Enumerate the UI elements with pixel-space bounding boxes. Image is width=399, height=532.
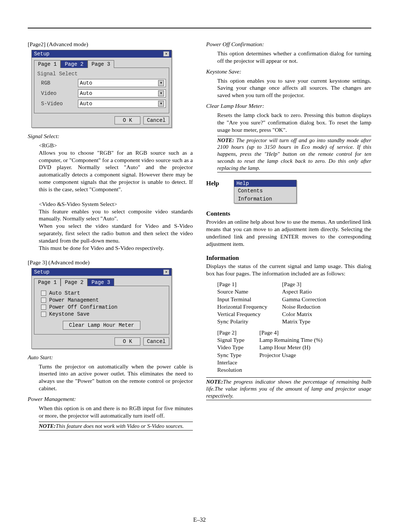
list-item: Projector Usage (259, 351, 323, 359)
list-item: Sync Type (217, 351, 245, 359)
list-item: Signal Type (217, 336, 245, 344)
info-p4-hdr: [Page 4] (259, 329, 323, 336)
list-item: Input Terminal (217, 296, 267, 303)
tab-page1[interactable]: Page 1 (34, 60, 61, 68)
note-label: NOTE: (217, 137, 234, 143)
note-label: NOTE: (39, 423, 56, 429)
chevron-down-icon[interactable]: ▾ (158, 80, 164, 86)
list-item: Resolution (217, 366, 245, 374)
power-mgmt-heading: Power Management: (28, 396, 193, 402)
list-item: Interlace (217, 359, 245, 366)
info-page1-col: [Page 1] Source Name Input Terminal Hori… (217, 281, 267, 325)
tab-page2-b[interactable]: Page 2 (61, 278, 87, 286)
clear-lamp-heading: Clear Lamp Hour Meter: (206, 103, 371, 109)
note-body: This feature does not work with Video or… (56, 423, 184, 429)
video-value: Auto (80, 90, 92, 96)
information-body: Displays the status of the current signa… (206, 262, 371, 277)
check-power-mgmt: Power Management (49, 297, 99, 303)
contents-body: Provides an online help about how to use… (206, 218, 371, 247)
check-auto-start: Auto Start (49, 290, 80, 296)
rgb-value: Auto (80, 80, 92, 86)
checkbox-icon[interactable] (41, 305, 46, 310)
info-page2-col: [Page 2] Signal Type Video Type Sync Typ… (217, 329, 245, 374)
info-p3-hdr: [Page 3] (282, 281, 326, 288)
tab-page2[interactable]: Page 2 (61, 60, 87, 68)
help-heading: Help (206, 180, 219, 187)
vs-p1: This feature enables you to select compo… (39, 208, 193, 223)
help-menu-title: Help (234, 180, 296, 187)
ok-button[interactable]: O K (115, 337, 140, 346)
ok-button[interactable]: O K (115, 116, 140, 124)
clear-lamp-button[interactable]: Clear Lamp Hour Meter (63, 321, 140, 330)
tab-page1[interactable]: Page 1 (34, 278, 61, 286)
cancel-button[interactable]: Cancel (143, 337, 169, 346)
page-frame: [Page2] (Advanced mode) Setup × Page 1 P… (28, 28, 371, 510)
power-mgmt-body: When this option is on and there is no R… (39, 405, 193, 419)
vs-p2: When you select the video standard for V… (39, 222, 193, 244)
list-item: Aspect Ratio (282, 288, 326, 295)
setup-panel-page2: Setup × Page 1 Page 2 Page 3 Signal Sele… (31, 50, 172, 128)
svideo-dropdown[interactable]: Auto ▾ (78, 100, 166, 108)
page3-header: [Page 3] (Advanced mode) (28, 259, 193, 266)
rgb-label: RGB (37, 80, 78, 86)
chevron-down-icon[interactable]: ▾ (158, 101, 164, 107)
cancel-button[interactable]: Cancel (143, 116, 169, 124)
power-off-heading: Power Off Confirmation: (206, 41, 371, 48)
note-body: The progress indicator shows the percent… (206, 379, 371, 399)
help-menu-information[interactable]: Information (234, 195, 296, 203)
check-keystone: Keystone Save (49, 311, 89, 317)
list-item: Lamp Remaining Time (%) (259, 336, 323, 344)
chevron-down-icon[interactable]: ▾ (158, 90, 164, 96)
note-1: NOTE:This feature does not work with Vid… (39, 422, 193, 431)
keystone-body: This option enables you to save your cur… (217, 77, 371, 99)
list-item: Vertical Frequency (217, 310, 267, 318)
power-off-body: This option determines whether a confirm… (217, 50, 371, 65)
list-item: Lamp Hour Meter (H) (259, 344, 323, 351)
help-row: Help Help Contents Information (206, 180, 371, 203)
clear-lamp-body: Resets the lamp clock back to zero. Pres… (217, 111, 371, 133)
tab-page3[interactable]: Page 3 (88, 278, 114, 286)
vs-subhead: <Video &S-Video System Select> (39, 200, 193, 208)
signal-select-group: Signal Select (37, 71, 166, 77)
checkbox-icon[interactable] (41, 312, 46, 317)
help-menu: Help Contents Information (234, 180, 297, 203)
signal-select-heading: Signal Select: (28, 133, 193, 140)
list-item: Color Matrix (282, 310, 326, 318)
tab-page3[interactable]: Page 3 (88, 60, 114, 68)
rgb-paragraph: Allows you to choose "RGB" for an RGB so… (39, 149, 193, 193)
list-item: Noise Reduction (282, 303, 326, 310)
svideo-label: S-Video (37, 101, 78, 107)
note-body: The projector will turn off and go into … (217, 137, 371, 171)
setup-title-2: Setup (34, 269, 50, 275)
checkbox-icon[interactable] (41, 291, 46, 296)
help-menu-contents[interactable]: Contents (234, 187, 296, 195)
video-dropdown[interactable]: Auto ▾ (78, 89, 166, 97)
rgb-dropdown[interactable]: Auto ▾ (78, 79, 166, 87)
list-item: Video Type (217, 344, 245, 351)
list-item: Horizontal Frequency (217, 303, 267, 310)
keystone-heading: Keystone Save: (206, 68, 371, 75)
info-p1-hdr: [Page 1] (217, 281, 267, 288)
close-icon[interactable]: × (163, 51, 169, 56)
info-page3-col: [Page 3] Aspect Ratio Gamma Correction N… (282, 281, 326, 325)
auto-start-body: Turns the projector on automatically whe… (39, 363, 193, 392)
auto-start-heading: Auto Start: (28, 354, 193, 361)
list-item: Source Name (217, 288, 267, 295)
list-item: Sync Polarity (217, 318, 267, 325)
setup-panel-page3: Setup × Page 1 Page 2 Page 3 Auto Start … (31, 268, 172, 349)
list-item: Matrix Type (282, 318, 326, 325)
left-column: [Page2] (Advanced mode) Setup × Page 1 P… (28, 41, 193, 433)
rgb-subhead: <RGB> (39, 142, 193, 149)
check-power-off: Power Off Confirmation (49, 304, 117, 310)
close-icon[interactable]: × (163, 270, 169, 275)
video-label: Video (37, 90, 78, 96)
info-p2-hdr: [Page 2] (217, 329, 245, 336)
information-heading: Information (206, 254, 371, 262)
note-3: NOTE:The progress indicator shows the pe… (206, 377, 371, 400)
info-page4-col: [Page 4] Lamp Remaining Time (%) Lamp Ho… (259, 329, 323, 374)
checkbox-icon[interactable] (41, 298, 46, 303)
info-pages-top: [Page 1] Source Name Input Terminal Hori… (217, 281, 371, 325)
setup-title: Setup (34, 51, 50, 57)
list-item: Gamma Correction (282, 296, 326, 303)
contents-heading: Contents (206, 210, 371, 217)
